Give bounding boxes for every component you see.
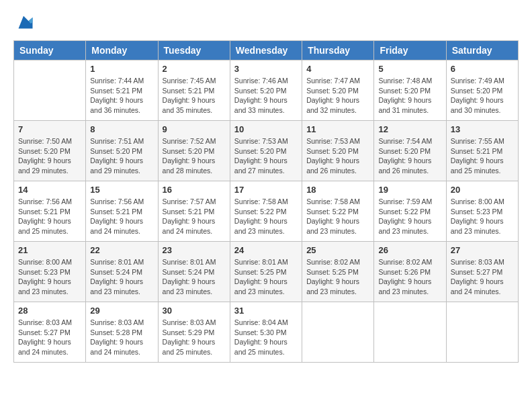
day-info: Sunrise: 7:50 AMSunset: 5:20 PMDaylight:…	[18, 136, 81, 176]
calendar-cell: 25Sunrise: 8:02 AMSunset: 5:25 PMDayligh…	[302, 242, 374, 302]
calendar-cell: 30Sunrise: 8:03 AMSunset: 5:29 PMDayligh…	[158, 302, 230, 363]
calendar-cell: 7Sunrise: 7:50 AMSunset: 5:20 PMDaylight…	[14, 121, 86, 181]
day-number: 13	[451, 124, 514, 134]
day-info: Sunrise: 8:03 AMSunset: 5:28 PMDaylight:…	[90, 318, 153, 357]
day-number: 21	[18, 245, 81, 255]
day-number: 7	[18, 124, 81, 134]
day-info: Sunrise: 7:55 AMSunset: 5:21 PMDaylight:…	[451, 136, 514, 176]
day-info: Sunrise: 8:03 AMSunset: 5:29 PMDaylight:…	[163, 318, 226, 357]
day-number: 29	[90, 306, 153, 316]
calendar-cell: 12Sunrise: 7:54 AMSunset: 5:20 PMDayligh…	[374, 121, 446, 181]
day-info: Sunrise: 7:52 AMSunset: 5:20 PMDaylight:…	[163, 136, 226, 176]
day-info: Sunrise: 7:56 AMSunset: 5:21 PMDaylight:…	[18, 197, 81, 236]
day-info: Sunrise: 8:00 AMSunset: 5:23 PMDaylight:…	[451, 197, 514, 236]
day-info: Sunrise: 7:47 AMSunset: 5:20 PMDaylight:…	[306, 76, 369, 116]
day-number: 23	[163, 245, 226, 255]
day-number: 31	[234, 306, 298, 316]
day-info: Sunrise: 8:02 AMSunset: 5:25 PMDaylight:…	[306, 257, 369, 297]
calendar-cell: 23Sunrise: 8:01 AMSunset: 5:24 PMDayligh…	[158, 242, 230, 302]
day-info: Sunrise: 7:53 AMSunset: 5:20 PMDaylight:…	[306, 136, 369, 176]
calendar-cell: 31Sunrise: 8:04 AMSunset: 5:30 PMDayligh…	[230, 302, 302, 363]
calendar-cell: 24Sunrise: 8:01 AMSunset: 5:25 PMDayligh…	[230, 242, 302, 302]
week-row-4: 28Sunrise: 8:03 AMSunset: 5:27 PMDayligh…	[14, 302, 519, 363]
day-number: 16	[163, 185, 226, 195]
day-number: 9	[163, 124, 226, 134]
week-row-3: 21Sunrise: 8:00 AMSunset: 5:23 PMDayligh…	[14, 242, 519, 302]
calendar-table: SundayMondayTuesdayWednesdayThursdayFrid…	[13, 40, 519, 363]
day-number: 3	[234, 64, 298, 74]
header-sunday: Sunday	[14, 41, 86, 60]
calendar-cell: 11Sunrise: 7:53 AMSunset: 5:20 PMDayligh…	[302, 121, 374, 181]
day-info: Sunrise: 7:54 AMSunset: 5:20 PMDaylight:…	[378, 136, 441, 176]
header-wednesday: Wednesday	[230, 41, 302, 60]
page-header	[13, 13, 519, 34]
logo-icon	[13, 13, 34, 34]
day-number: 22	[90, 245, 153, 255]
day-info: Sunrise: 8:03 AMSunset: 5:27 PMDaylight:…	[18, 318, 81, 357]
day-number: 15	[90, 185, 153, 195]
calendar-cell: 17Sunrise: 7:58 AMSunset: 5:22 PMDayligh…	[230, 181, 302, 242]
calendar-cell: 9Sunrise: 7:52 AMSunset: 5:20 PMDaylight…	[158, 121, 230, 181]
calendar-cell: 27Sunrise: 8:03 AMSunset: 5:27 PMDayligh…	[446, 242, 518, 302]
day-number: 19	[378, 185, 441, 195]
header-tuesday: Tuesday	[158, 41, 230, 60]
day-info: Sunrise: 7:53 AMSunset: 5:20 PMDaylight:…	[234, 136, 298, 176]
calendar-cell: 8Sunrise: 7:51 AMSunset: 5:20 PMDaylight…	[86, 121, 158, 181]
calendar-cell: 3Sunrise: 7:46 AMSunset: 5:20 PMDaylight…	[230, 60, 302, 121]
calendar-cell: 19Sunrise: 7:59 AMSunset: 5:22 PMDayligh…	[374, 181, 446, 242]
calendar-cell: 14Sunrise: 7:56 AMSunset: 5:21 PMDayligh…	[14, 181, 86, 242]
day-info: Sunrise: 8:04 AMSunset: 5:30 PMDaylight:…	[234, 318, 298, 357]
day-number: 30	[163, 306, 226, 316]
day-number: 18	[306, 185, 369, 195]
header-row: SundayMondayTuesdayWednesdayThursdayFrid…	[14, 41, 519, 60]
calendar-cell: 21Sunrise: 8:00 AMSunset: 5:23 PMDayligh…	[14, 242, 86, 302]
logo	[13, 13, 35, 34]
day-info: Sunrise: 7:58 AMSunset: 5:22 PMDaylight:…	[234, 197, 298, 236]
day-number: 12	[378, 124, 441, 134]
header-thursday: Thursday	[302, 41, 374, 60]
day-info: Sunrise: 8:01 AMSunset: 5:24 PMDaylight:…	[163, 257, 226, 297]
day-info: Sunrise: 8:00 AMSunset: 5:23 PMDaylight:…	[18, 257, 81, 297]
day-info: Sunrise: 7:59 AMSunset: 5:22 PMDaylight:…	[378, 197, 441, 236]
day-number: 28	[18, 306, 81, 316]
day-info: Sunrise: 7:49 AMSunset: 5:20 PMDaylight:…	[451, 76, 514, 116]
header-saturday: Saturday	[446, 41, 518, 60]
calendar-cell: 2Sunrise: 7:45 AMSunset: 5:21 PMDaylight…	[158, 60, 230, 121]
day-number: 11	[306, 124, 369, 134]
day-number: 14	[18, 185, 81, 195]
day-info: Sunrise: 8:02 AMSunset: 5:26 PMDaylight:…	[378, 257, 441, 297]
day-info: Sunrise: 8:01 AMSunset: 5:24 PMDaylight:…	[90, 257, 153, 297]
day-info: Sunrise: 7:56 AMSunset: 5:21 PMDaylight:…	[90, 197, 153, 236]
calendar-cell: 5Sunrise: 7:48 AMSunset: 5:20 PMDaylight…	[374, 60, 446, 121]
day-number: 26	[378, 245, 441, 255]
day-number: 17	[234, 185, 298, 195]
calendar-cell: 20Sunrise: 8:00 AMSunset: 5:23 PMDayligh…	[446, 181, 518, 242]
day-info: Sunrise: 8:03 AMSunset: 5:27 PMDaylight:…	[451, 257, 514, 297]
week-row-1: 7Sunrise: 7:50 AMSunset: 5:20 PMDaylight…	[14, 121, 519, 181]
day-number: 1	[90, 64, 153, 74]
day-info: Sunrise: 7:57 AMSunset: 5:21 PMDaylight:…	[163, 197, 226, 236]
calendar-cell: 10Sunrise: 7:53 AMSunset: 5:20 PMDayligh…	[230, 121, 302, 181]
day-number: 2	[163, 64, 226, 74]
calendar-cell: 4Sunrise: 7:47 AMSunset: 5:20 PMDaylight…	[302, 60, 374, 121]
calendar-cell: 28Sunrise: 8:03 AMSunset: 5:27 PMDayligh…	[14, 302, 86, 363]
header-friday: Friday	[374, 41, 446, 60]
day-number: 25	[306, 245, 369, 255]
day-number: 10	[234, 124, 298, 134]
calendar-cell: 6Sunrise: 7:49 AMSunset: 5:20 PMDaylight…	[446, 60, 518, 121]
calendar-cell	[446, 302, 518, 363]
calendar-cell	[374, 302, 446, 363]
day-info: Sunrise: 7:44 AMSunset: 5:21 PMDaylight:…	[90, 76, 153, 116]
calendar-cell: 22Sunrise: 8:01 AMSunset: 5:24 PMDayligh…	[86, 242, 158, 302]
calendar-cell	[14, 60, 86, 121]
calendar-cell: 18Sunrise: 7:58 AMSunset: 5:22 PMDayligh…	[302, 181, 374, 242]
day-info: Sunrise: 7:51 AMSunset: 5:20 PMDaylight:…	[90, 136, 153, 176]
day-number: 27	[451, 245, 514, 255]
day-info: Sunrise: 8:01 AMSunset: 5:25 PMDaylight:…	[234, 257, 298, 297]
calendar-cell: 1Sunrise: 7:44 AMSunset: 5:21 PMDaylight…	[86, 60, 158, 121]
day-number: 5	[378, 64, 441, 74]
calendar-cell: 26Sunrise: 8:02 AMSunset: 5:26 PMDayligh…	[374, 242, 446, 302]
day-number: 20	[451, 185, 514, 195]
calendar-cell: 29Sunrise: 8:03 AMSunset: 5:28 PMDayligh…	[86, 302, 158, 363]
day-info: Sunrise: 7:45 AMSunset: 5:21 PMDaylight:…	[163, 76, 226, 116]
